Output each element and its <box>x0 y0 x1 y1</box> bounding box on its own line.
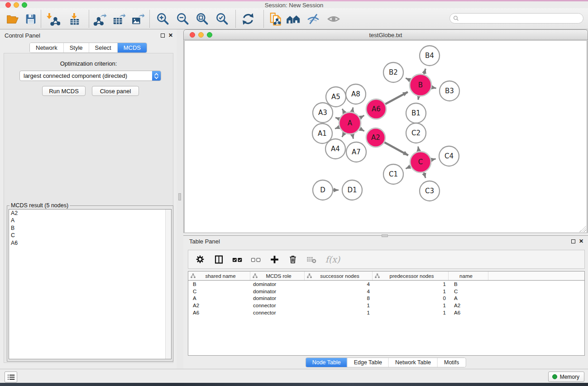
criterion-dropdown[interactable]: largest connected component (directed) <box>19 71 161 81</box>
zoom-out-icon[interactable] <box>176 12 190 26</box>
search-field[interactable] <box>449 13 583 24</box>
delete-table-icon[interactable] <box>306 254 317 265</box>
float-panel-icon[interactable] <box>161 33 165 38</box>
close-panel-icon[interactable]: ✕ <box>168 33 173 38</box>
duplicate-network-icon[interactable] <box>268 12 283 26</box>
result-item[interactable]: A6 <box>9 239 171 247</box>
close-table-panel-icon[interactable]: ✕ <box>579 239 583 243</box>
float-table-panel-icon[interactable] <box>571 239 575 243</box>
select-all-icon[interactable] <box>232 254 243 265</box>
edge-A-A2[interactable] <box>360 129 364 131</box>
first-neighbors-icon[interactable] <box>286 12 301 26</box>
edge-C-C3[interactable] <box>424 172 425 178</box>
network-canvas[interactable]: B4B2BB3A5A8A6A3AB1A1A2C2A4A7C4CC1DD1C3 <box>184 40 587 233</box>
mcds-result-list[interactable]: A2ABCA6 <box>9 209 172 359</box>
column-header-successor-nodes[interactable]: successor nodes <box>305 272 373 280</box>
import-network-icon[interactable] <box>46 12 61 26</box>
toolbar-separator <box>149 10 150 28</box>
edge-A2-C[interactable] <box>384 143 408 156</box>
node-label-A3: A3 <box>318 109 327 117</box>
edge-A-A3[interactable] <box>335 118 339 119</box>
column-header-name[interactable]: name <box>449 272 488 280</box>
edge-A-A7[interactable] <box>352 134 353 138</box>
task-history-button[interactable] <box>5 372 17 382</box>
table-tab-motifs[interactable]: Motifs <box>437 358 465 367</box>
table-row[interactable]: Cdominator41C <box>188 288 584 295</box>
result-item[interactable]: A2 <box>9 210 171 217</box>
column-header-mcds-role[interactable]: MCDS role <box>250 272 305 280</box>
hide-selected-icon[interactable] <box>306 12 320 26</box>
zoom-selected-icon[interactable] <box>215 12 229 26</box>
table-row[interactable]: A2connector11A2 <box>188 302 584 309</box>
tab-mcds[interactable]: MCDS <box>117 43 147 52</box>
edge-A-A4[interactable] <box>342 133 344 137</box>
export-network-icon[interactable] <box>93 12 107 26</box>
tab-style[interactable]: Style <box>63 43 89 52</box>
edge-A-A8[interactable] <box>352 107 353 112</box>
table-tab-network-table[interactable]: Network Table <box>388 358 437 367</box>
node-label-B2: B2 <box>389 68 398 76</box>
result-item[interactable]: B <box>9 224 171 232</box>
table-body: Bdominator41BCdominator41CAdominator80AA… <box>188 281 584 316</box>
edge-B-B3[interactable] <box>431 87 436 88</box>
refresh-icon[interactable] <box>241 12 255 26</box>
table-row[interactable]: Adominator80A <box>188 295 584 302</box>
table-tab-node-table[interactable]: Node Table <box>306 358 347 367</box>
resize-grip[interactable] <box>579 225 586 232</box>
result-item[interactable]: C <box>9 232 171 239</box>
apply-function-icon[interactable]: f(x) <box>325 254 341 265</box>
deselect-all-icon[interactable] <box>250 254 261 265</box>
column-header-predecessor-nodes[interactable]: predecessor nodes <box>373 272 449 280</box>
node-label-A7: A7 <box>352 148 361 156</box>
result-item[interactable]: A <box>9 217 171 224</box>
table-tab-edge-table[interactable]: Edge Table <box>347 358 388 367</box>
zoom-in-icon[interactable] <box>156 12 170 26</box>
table-row[interactable]: Bdominator41B <box>188 281 584 288</box>
show-columns-icon[interactable] <box>213 254 224 265</box>
run-mcds-button[interactable]: Run MCDS <box>42 86 86 96</box>
memory-button[interactable]: Memory <box>548 372 584 382</box>
cell-predecessor-nodes: 1 <box>373 281 449 287</box>
import-table-icon[interactable] <box>67 12 81 26</box>
add-row-icon[interactable] <box>269 254 280 265</box>
search-input[interactable] <box>459 14 583 23</box>
edge-A6-B[interactable] <box>385 92 408 104</box>
vertical-splitter[interactable] <box>177 29 183 369</box>
tab-network[interactable]: Network <box>30 43 63 52</box>
network-window: testGlobe.txt B4B2BB3A5A8A6A3AB1A1A2C2A4… <box>183 29 588 233</box>
settings-icon[interactable] <box>195 254 206 265</box>
edge-A-A1[interactable] <box>335 127 339 129</box>
edge-B-B4[interactable] <box>424 69 425 74</box>
edge-C-C1[interactable] <box>406 167 411 169</box>
edge-A-A6[interactable] <box>360 115 364 118</box>
open-session-icon[interactable] <box>5 12 20 26</box>
zoom-fit-icon[interactable] <box>195 12 210 26</box>
edge-B-B2[interactable] <box>406 78 410 81</box>
export-image-icon[interactable] <box>130 12 145 26</box>
table-row[interactable]: A6connector11A6 <box>188 309 584 316</box>
table-header-row: shared nameMCDS rolesuccessor nodesprede… <box>188 272 584 281</box>
tab-select[interactable]: Select <box>89 43 117 52</box>
save-session-icon[interactable] <box>24 12 38 26</box>
edge-A-A5[interactable] <box>342 109 344 113</box>
network-graph[interactable]: B4B2BB3A5A8A6A3AB1A1A2C2A4A7C4CC1DD1C3 <box>185 41 588 233</box>
cell-name: B <box>449 281 488 287</box>
edge-C-C4[interactable] <box>431 159 436 160</box>
network-window-titlebar[interactable]: testGlobe.txt <box>184 30 588 40</box>
edge-B-B1[interactable] <box>418 96 419 100</box>
mcds-result-title: MCDS result (5 nodes) <box>10 202 70 209</box>
edge-C-C2[interactable] <box>418 147 419 152</box>
cell-successor-nodes: 4 <box>305 281 373 287</box>
node-label-C4: C4 <box>445 152 454 160</box>
horizontal-splitter-handle[interactable] <box>382 234 388 237</box>
splitter-handle[interactable] <box>178 193 181 200</box>
export-table-icon[interactable] <box>111 12 126 26</box>
close-panel-button[interactable]: Close panel <box>92 86 139 96</box>
node-table[interactable]: shared nameMCDS rolesuccessor nodesprede… <box>188 271 585 356</box>
delete-row-icon[interactable] <box>287 254 298 265</box>
cell-name: C <box>449 289 488 294</box>
result-scrollbar[interactable] <box>165 210 171 359</box>
node-label-A: A <box>348 119 353 127</box>
show-all-icon[interactable] <box>326 12 341 26</box>
column-header-shared-name[interactable]: shared name <box>188 272 250 280</box>
